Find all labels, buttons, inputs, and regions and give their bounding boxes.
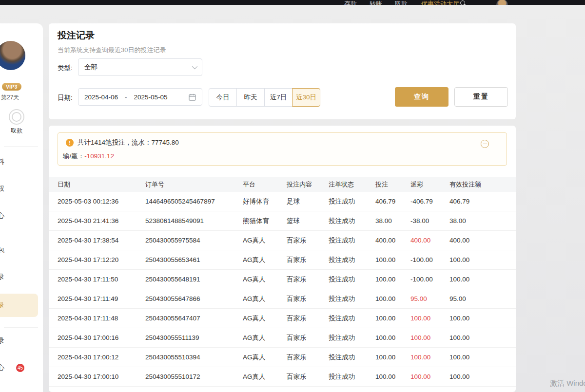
quick-range-button[interactable]: 今日 (209, 88, 237, 107)
table-row: 2025-05-03 00:12:361446496505245467897好博… (49, 192, 516, 211)
cell-content: 百家乐 (287, 334, 329, 342)
cell-valid: 38.00 (449, 217, 507, 224)
sidebar-menu-item[interactable]: 录 (0, 330, 38, 352)
calendar-icon (189, 93, 196, 101)
cell-order: 250430055653461 (145, 256, 243, 263)
cell-platform: AG真人 (243, 373, 287, 381)
page-subtitle: 当前系统支持查询最近30日的投注记录 (58, 46, 166, 55)
cell-content: 足球 (287, 197, 329, 206)
cell-date: 2025-05-03 00:12:36 (58, 198, 145, 205)
cell-content: 百家乐 (287, 236, 329, 245)
reset-button[interactable]: 重置 (454, 87, 508, 107)
cell-payout: -100.00 (410, 256, 449, 263)
column-header: 派彩 (410, 180, 449, 189)
cell-bet: 100.00 (375, 295, 410, 302)
sidebar-menu-label: 录 (0, 336, 4, 345)
cell-valid: 100.00 (449, 276, 507, 283)
cell-payout: 100.00 (410, 315, 449, 322)
search-icon[interactable] (460, 0, 466, 5)
cell-status: 投注成功 (329, 353, 375, 362)
cell-status: 投注成功 (329, 217, 375, 225)
vip-day-text: 第27天 (1, 93, 19, 102)
topbar: 存款 转账 取款 优惠活动大厅 (0, 0, 585, 5)
quick-range-button[interactable]: 近30日 (292, 88, 320, 107)
sidebar-menu-label: 录 (0, 301, 4, 310)
cell-content: 百家乐 (287, 275, 329, 284)
type-select[interactable]: 全部 (78, 58, 202, 76)
sidebar-menu-label: 料 (0, 158, 4, 167)
cell-date: 2025-04-30 17:00:10 (58, 373, 145, 380)
withdraw-icon[interactable] (9, 109, 24, 125)
sidebar-menu-label: 包 (0, 246, 4, 255)
cell-order: 250430055647866 (145, 295, 243, 302)
sidebar-menu-label: 心 (0, 363, 4, 372)
page-title: 投注记录 (58, 29, 95, 42)
cell-status: 投注成功 (329, 314, 375, 323)
cell-payout: -38.00 (410, 217, 449, 224)
table-row: 2025-04-30 21:41:365238061488549091熊猫体育篮… (49, 211, 516, 231)
sidebar-menu-label: 权 (0, 185, 4, 193)
sidebar-menu-item[interactable]: 心45 (0, 357, 38, 378)
column-header: 有效投注额 (449, 180, 507, 189)
cell-valid: 100.00 (449, 354, 507, 361)
table-row: 2025-04-30 17:00:16250430055511139AG真人百家… (49, 328, 516, 348)
avatar[interactable] (0, 41, 25, 70)
cell-platform: 熊猫体育 (243, 217, 287, 225)
cell-date: 2025-04-30 17:00:12 (58, 354, 145, 361)
summary-total-text: 共计1414笔投注，流水：77745.80 (78, 138, 179, 147)
type-label: 类型: (58, 64, 73, 73)
activate-watermark: 激活 Windows (550, 379, 585, 388)
collapse-icon[interactable] (481, 140, 489, 148)
cell-content: 百家乐 (287, 256, 329, 264)
column-header: 订单号 (145, 180, 243, 189)
sidebar-menu-label: 录 (0, 273, 4, 281)
quick-range-button[interactable]: 昨天 (236, 88, 265, 107)
summary-winloss-label: 输/赢： (63, 152, 84, 160)
cell-valid: 100.00 (449, 334, 507, 341)
quick-range-button[interactable]: 近7日 (264, 88, 292, 107)
sidebar-menu-item[interactable]: 料 (0, 151, 38, 173)
cell-date: 2025-04-30 17:38:54 (58, 237, 145, 244)
topbar-nav-transfer[interactable]: 转账 (370, 0, 382, 5)
date-separator: - (125, 93, 127, 101)
column-header: 注单状态 (329, 180, 375, 189)
cell-bet: 100.00 (375, 256, 410, 263)
cell-date: 2025-04-30 17:00:16 (58, 334, 145, 341)
cell-platform: AG真人 (243, 275, 287, 284)
sidebar-menu-item[interactable]: 权 (0, 178, 38, 200)
sidebar-menu-item[interactable]: 包 (0, 240, 38, 261)
table-body: 2025-05-03 00:12:361446496505245467897好博… (49, 192, 516, 387)
cell-status: 投注成功 (329, 334, 375, 342)
cell-order: 250430055647407 (145, 315, 243, 322)
topbar-nav-withdraw[interactable]: 取款 (395, 0, 408, 5)
cell-order: 5238061488549091 (145, 217, 243, 224)
cell-status: 投注成功 (329, 256, 375, 264)
topbar-promo-link[interactable]: 优惠活动大厅 (421, 0, 459, 5)
withdraw-label[interactable]: 取款 (11, 127, 22, 135)
topbar-avatar[interactable] (496, 0, 508, 5)
sidebar-menu-item[interactable]: 录 (0, 294, 38, 317)
cell-platform: AG真人 (243, 295, 287, 303)
cell-bet: 100.00 (375, 334, 410, 341)
cell-valid: 400.00 (449, 237, 507, 244)
search-button[interactable]: 查询 (395, 87, 448, 107)
date-start-value: 2025-04-06 (84, 93, 118, 101)
chevron-down-icon (192, 64, 197, 69)
date-range-input[interactable]: 2025-04-06 - 2025-05-05 (78, 88, 202, 106)
cell-date: 2025-04-30 17:11:48 (58, 315, 145, 322)
table-row: 2025-04-30 17:12:20250430055653461AG真人百家… (49, 250, 516, 270)
cell-status: 投注成功 (329, 236, 375, 245)
topbar-nav-deposit[interactable]: 存款 (344, 0, 357, 5)
sidebar-menu-item[interactable]: 心 (0, 205, 38, 226)
cell-valid: 100.00 (449, 373, 507, 380)
cell-bet: 406.79 (375, 198, 410, 205)
cell-bet: 100.00 (375, 276, 410, 283)
column-header: 投注内容 (287, 180, 329, 189)
cell-content: 百家乐 (287, 373, 329, 381)
cell-bet: 100.00 (375, 354, 410, 361)
cell-platform: AG真人 (243, 353, 287, 362)
sidebar-menu-item[interactable]: 录 (0, 266, 38, 288)
divider (4, 233, 38, 233)
cell-order: 1446496505245467897 (145, 198, 243, 205)
cell-content: 百家乐 (287, 353, 329, 362)
